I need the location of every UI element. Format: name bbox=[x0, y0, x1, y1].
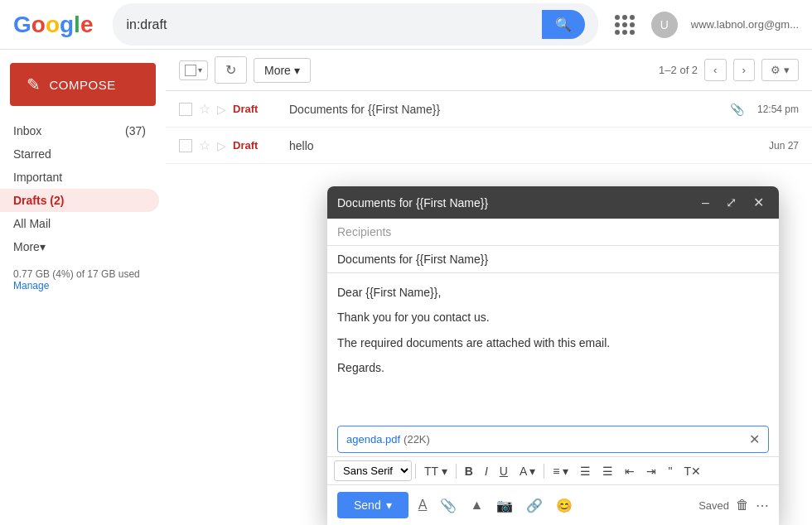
inbox-label: Inbox bbox=[13, 124, 41, 137]
more-button[interactable]: More ▾ bbox=[254, 58, 311, 83]
refresh-button[interactable]: ↻ bbox=[215, 56, 247, 84]
drafts-label: Drafts (2) bbox=[13, 194, 64, 207]
attachment-icon: 📎 bbox=[730, 103, 744, 116]
remove-attachment-button[interactable]: ✕ bbox=[749, 431, 760, 447]
table-row[interactable]: ☆ ▷ Draft hello Jun 27 bbox=[166, 128, 812, 164]
body-line-2: Thank you for you contact us. bbox=[337, 308, 769, 326]
more-options-button[interactable]: ⋯ bbox=[756, 498, 769, 513]
prev-page-button[interactable]: ‹ bbox=[704, 59, 726, 81]
sidebar: ✎ COMPOSE Inbox (37) Starred Important D… bbox=[0, 50, 166, 525]
send-button[interactable]: Send ▾ bbox=[337, 492, 408, 518]
sidebar-item-important[interactable]: Important bbox=[0, 166, 159, 189]
google-drive-button[interactable]: ▲ bbox=[466, 494, 486, 516]
align-button[interactable]: ≡ ▾ bbox=[548, 461, 573, 481]
user-avatar[interactable]: U bbox=[651, 12, 678, 38]
email-label: Draft bbox=[233, 139, 283, 152]
search-bar: 🔍 bbox=[113, 3, 597, 46]
text-color-button[interactable]: A ▾ bbox=[515, 461, 540, 481]
row-checkbox[interactable] bbox=[179, 103, 192, 116]
next-page-button[interactable]: › bbox=[733, 59, 755, 81]
modal-controls: – ⤢ ✕ bbox=[697, 193, 769, 212]
compose-plus-icon: ✎ bbox=[27, 75, 41, 94]
important-label: Important bbox=[13, 171, 62, 184]
sidebar-item-inbox[interactable]: Inbox (37) bbox=[0, 119, 159, 142]
star-icon[interactable]: ☆ bbox=[199, 101, 210, 117]
search-input[interactable] bbox=[126, 17, 534, 32]
underline-button[interactable]: U bbox=[495, 461, 513, 481]
settings-button[interactable]: ⚙ ▾ bbox=[761, 59, 799, 81]
important-icon[interactable]: ▷ bbox=[217, 103, 226, 116]
compose-label: COMPOSE bbox=[50, 78, 116, 92]
important-icon[interactable]: ▷ bbox=[217, 139, 226, 152]
pagination-text: 1–2 of 2 bbox=[659, 64, 698, 76]
bullet-list-button[interactable]: ☰ bbox=[597, 461, 618, 481]
numbered-list-button[interactable]: ☰ bbox=[575, 461, 596, 481]
grid-icon bbox=[615, 15, 635, 35]
email-subject: hello bbox=[289, 139, 762, 152]
chevron-down-icon: ▾ bbox=[386, 499, 392, 512]
compose-button[interactable]: ✎ COMPOSE bbox=[10, 63, 156, 106]
sidebar-item-more[interactable]: More ▾ bbox=[0, 235, 159, 258]
link-button[interactable]: 🔗 bbox=[523, 494, 546, 517]
email-time: 12:54 pm bbox=[757, 104, 799, 115]
indent-decrease-button[interactable]: ⇤ bbox=[620, 461, 640, 481]
gear-icon: ⚙ bbox=[771, 64, 781, 76]
storage-text: 0.77 GB (4%) of 17 GB used bbox=[13, 268, 152, 280]
select-all-checkbox[interactable]: ▾ bbox=[179, 60, 208, 80]
sidebar-item-drafts[interactable]: Drafts (2) bbox=[0, 189, 159, 212]
recipients-field[interactable]: Recipients bbox=[327, 219, 779, 246]
compose-modal: Documents for {{First Name}} – ⤢ ✕ Recip… bbox=[327, 186, 779, 525]
fmt-divider bbox=[544, 464, 544, 479]
email-subject: Documents for {{First Name}} bbox=[289, 103, 723, 116]
google-logo: Google bbox=[13, 12, 93, 38]
inbox-count: (37) bbox=[125, 124, 146, 137]
fmt-divider bbox=[456, 464, 457, 479]
account-email: www.labnol.org@gm... bbox=[691, 18, 799, 31]
font-size-button[interactable]: TT ▾ bbox=[419, 461, 452, 481]
send-label: Send bbox=[354, 499, 381, 512]
table-row[interactable]: ☆ ▷ Draft Documents for {{First Name}} 📎… bbox=[166, 91, 812, 128]
bold-button[interactable]: B bbox=[460, 461, 478, 481]
modal-header: Documents for {{First Name}} – ⤢ ✕ bbox=[327, 186, 779, 219]
body-line-3: The required documents are attached with… bbox=[337, 334, 769, 352]
starred-label: Starred bbox=[13, 147, 51, 161]
apps-button[interactable] bbox=[611, 12, 638, 38]
row-checkbox[interactable] bbox=[179, 139, 192, 152]
saved-status: Saved bbox=[698, 499, 729, 512]
font-family-select[interactable]: Sans Serif bbox=[334, 460, 412, 481]
more-label: More bbox=[264, 64, 291, 77]
checkbox-icon bbox=[185, 65, 196, 76]
storage-info: 0.77 GB (4%) of 17 GB used Manage bbox=[0, 258, 166, 301]
minimize-button[interactable]: – bbox=[697, 193, 714, 212]
emoji-button[interactable]: 😊 bbox=[553, 494, 576, 517]
chevron-down-icon: ▾ bbox=[40, 240, 46, 253]
indent-increase-button[interactable]: ⇥ bbox=[641, 461, 661, 481]
header-right: U www.labnol.org@gm... bbox=[611, 12, 799, 38]
sidebar-item-all-mail[interactable]: All Mail bbox=[0, 212, 159, 235]
manage-storage-link[interactable]: Manage bbox=[13, 280, 49, 291]
email-time: Jun 27 bbox=[769, 140, 799, 152]
subject-text: Documents for {{First Name}} bbox=[337, 253, 488, 266]
attachment-size: (22K) bbox=[404, 433, 430, 446]
underline-text-button[interactable]: A bbox=[415, 494, 431, 516]
remove-formatting-button[interactable]: T✕ bbox=[679, 461, 706, 481]
photo-button[interactable]: 📷 bbox=[493, 494, 516, 517]
email-body[interactable]: Dear {{First Name}}, Thank you for you c… bbox=[327, 273, 779, 422]
pagination: 1–2 of 2 ‹ › bbox=[659, 59, 755, 81]
attach-file-button[interactable]: 📎 bbox=[437, 494, 460, 517]
star-icon[interactable]: ☆ bbox=[199, 137, 210, 153]
chevron-down-icon: ▾ bbox=[198, 65, 202, 75]
close-button[interactable]: ✕ bbox=[748, 193, 769, 212]
modal-title: Documents for {{First Name}} bbox=[337, 196, 697, 210]
body-line-1: Dear {{First Name}}, bbox=[337, 283, 769, 301]
blockquote-button[interactable]: " bbox=[663, 461, 677, 481]
expand-button[interactable]: ⤢ bbox=[721, 193, 742, 212]
delete-draft-button[interactable]: 🗑 bbox=[736, 498, 749, 513]
sidebar-item-starred[interactable]: Starred bbox=[0, 142, 159, 166]
italic-button[interactable]: I bbox=[480, 461, 493, 481]
fmt-divider bbox=[415, 464, 416, 479]
recipients-placeholder: Recipients bbox=[337, 225, 391, 238]
subject-field[interactable]: Documents for {{First Name}} bbox=[327, 246, 779, 273]
search-button[interactable]: 🔍 bbox=[542, 10, 585, 39]
email-label: Draft bbox=[233, 103, 283, 115]
